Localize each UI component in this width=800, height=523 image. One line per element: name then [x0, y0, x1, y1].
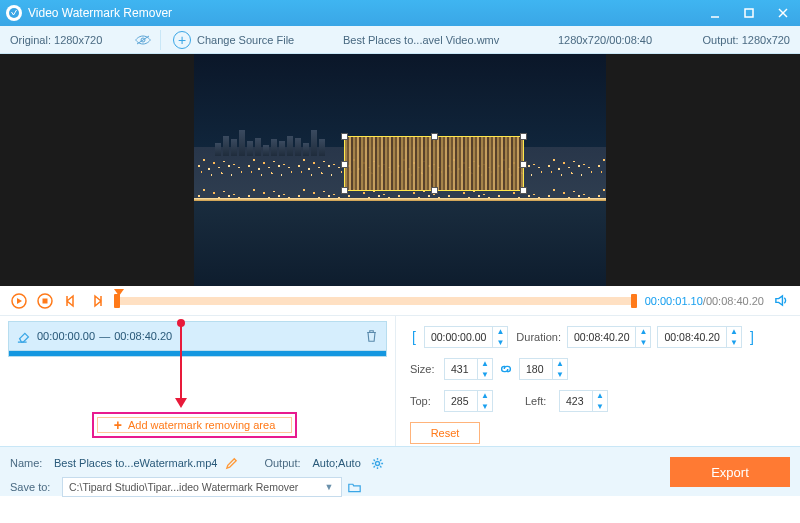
- clips-panel: 00:00:00.00 — 00:08:40.20 + Add watermar…: [0, 316, 396, 446]
- saveto-path: C:\Tipard Studio\Tipar...ideo Watermark …: [69, 481, 321, 493]
- video-preview-area: [0, 54, 800, 286]
- resize-handle-sw[interactable]: [341, 187, 348, 194]
- spin-up[interactable]: ▲: [553, 358, 567, 369]
- saveto-dropdown[interactable]: C:\Tipard Studio\Tipar...ideo Watermark …: [62, 477, 342, 497]
- original-dims-label: Original: 1280x720: [0, 34, 130, 46]
- svg-rect-9: [43, 298, 48, 303]
- spin-down[interactable]: ▼: [727, 337, 741, 348]
- bottom-bar: Name: Best Places to...eWatermark.mp4 Ou…: [0, 446, 800, 496]
- chevron-down-icon[interactable]: ▼: [321, 482, 337, 492]
- saveto-label: Save to:: [10, 481, 56, 493]
- video-frame[interactable]: [194, 54, 606, 286]
- bracket-end-button[interactable]: ]: [748, 329, 756, 345]
- link-aspect-button[interactable]: [499, 362, 513, 376]
- add-area-label: Add watermark removing area: [128, 419, 275, 431]
- resize-handle-s[interactable]: [431, 187, 438, 194]
- minimize-button[interactable]: [698, 0, 732, 26]
- spin-up[interactable]: ▲: [493, 326, 507, 337]
- stop-button[interactable]: [36, 292, 54, 310]
- output-dims-label: Output: 1280x720: [670, 34, 800, 46]
- range-start-handle[interactable]: [114, 294, 120, 308]
- maximize-button[interactable]: [732, 0, 766, 26]
- spin-up[interactable]: ▲: [478, 390, 492, 401]
- output-format-value: Auto;Auto: [312, 457, 360, 469]
- end-time-input[interactable]: 00:08:40.20▲▼: [657, 326, 741, 348]
- left-input[interactable]: 423▲▼: [559, 390, 608, 412]
- spin-up[interactable]: ▲: [593, 390, 607, 401]
- svg-rect-2: [745, 9, 753, 17]
- start-time-input[interactable]: 00:00:00.00▲▼: [424, 326, 508, 348]
- range-end-handle[interactable]: [631, 294, 637, 308]
- bracket-start-button[interactable]: [: [410, 329, 418, 345]
- export-button[interactable]: Export: [670, 457, 790, 487]
- output-settings-button[interactable]: [371, 457, 384, 470]
- source-dims-duration: 1280x720/00:08:40: [558, 34, 652, 46]
- resize-handle-w[interactable]: [341, 161, 348, 168]
- titlebar: Video Watermark Remover: [0, 0, 800, 26]
- open-folder-button[interactable]: [348, 481, 361, 494]
- play-button[interactable]: [10, 292, 28, 310]
- set-start-button[interactable]: [62, 292, 80, 310]
- volume-button[interactable]: [772, 292, 790, 310]
- close-button[interactable]: [766, 0, 800, 26]
- name-label: Name:: [10, 457, 48, 469]
- change-source-button[interactable]: + Change Source File: [165, 31, 302, 49]
- spin-down[interactable]: ▼: [493, 337, 507, 348]
- watermark-blur-fill: [345, 137, 523, 190]
- resize-handle-e[interactable]: [520, 161, 527, 168]
- spin-up[interactable]: ▲: [727, 326, 741, 337]
- playhead-icon[interactable]: [114, 289, 124, 296]
- spin-up[interactable]: ▲: [636, 326, 650, 337]
- params-panel: [ 00:00:00.00▲▼ Duration: 00:08:40.20▲▼ …: [396, 316, 800, 446]
- set-end-button[interactable]: [88, 292, 106, 310]
- output-name-value: Best Places to...eWatermark.mp4: [54, 457, 217, 469]
- current-time: 00:00:01.10: [645, 295, 703, 307]
- preview-toggle-icon[interactable]: [130, 33, 156, 47]
- clip-item[interactable]: 00:00:00.00 — 00:08:40.20: [8, 321, 387, 351]
- output-label: Output:: [264, 457, 306, 469]
- height-input[interactable]: 180▲▼: [519, 358, 568, 380]
- annotation-arrow: [180, 321, 182, 406]
- spin-down[interactable]: ▼: [478, 401, 492, 412]
- total-time: 00:08:40.20: [706, 295, 764, 307]
- eraser-icon: [17, 329, 31, 343]
- plus-icon: +: [173, 31, 191, 49]
- svg-point-10: [375, 461, 379, 465]
- edit-name-button[interactable]: [225, 457, 238, 470]
- left-label: Left:: [525, 395, 553, 407]
- timeline-range: [116, 297, 635, 305]
- resize-handle-n[interactable]: [431, 133, 438, 140]
- timeline-slider[interactable]: [114, 297, 637, 305]
- duration-label: Duration:: [516, 331, 561, 343]
- clip-start-time: 00:00:00.00: [37, 330, 95, 342]
- top-input[interactable]: 285▲▼: [444, 390, 493, 412]
- width-input[interactable]: 431▲▼: [444, 358, 493, 380]
- reset-button[interactable]: Reset: [410, 422, 480, 444]
- svg-point-0: [9, 8, 19, 18]
- add-watermark-area-button[interactable]: + Add watermark removing area: [92, 412, 297, 438]
- resize-handle-se[interactable]: [520, 187, 527, 194]
- toolbar: Original: 1280x720 + Change Source File …: [0, 26, 800, 54]
- clip-track[interactable]: [8, 351, 387, 357]
- spin-down[interactable]: ▼: [593, 401, 607, 412]
- dash: —: [99, 330, 110, 342]
- editor-panels: 00:00:00.00 — 00:08:40.20 + Add watermar…: [0, 316, 800, 446]
- spin-up[interactable]: ▲: [478, 358, 492, 369]
- size-label: Size:: [410, 363, 438, 375]
- source-filename: Best Places to...avel Video.wmv: [343, 34, 499, 46]
- top-label: Top:: [410, 395, 438, 407]
- clip-end-time: 00:08:40.20: [114, 330, 172, 342]
- spin-down[interactable]: ▼: [636, 337, 650, 348]
- clip-track-fill: [9, 351, 386, 356]
- delete-clip-button[interactable]: [365, 329, 378, 343]
- change-source-label: Change Source File: [197, 34, 294, 46]
- resize-handle-nw[interactable]: [341, 133, 348, 140]
- app-logo: [6, 5, 22, 21]
- spin-down[interactable]: ▼: [478, 369, 492, 380]
- watermark-selection-box[interactable]: [344, 136, 524, 191]
- duration-input[interactable]: 00:08:40.20▲▼: [567, 326, 651, 348]
- plus-icon: +: [114, 417, 122, 433]
- separator: [160, 30, 161, 50]
- resize-handle-ne[interactable]: [520, 133, 527, 140]
- spin-down[interactable]: ▼: [553, 369, 567, 380]
